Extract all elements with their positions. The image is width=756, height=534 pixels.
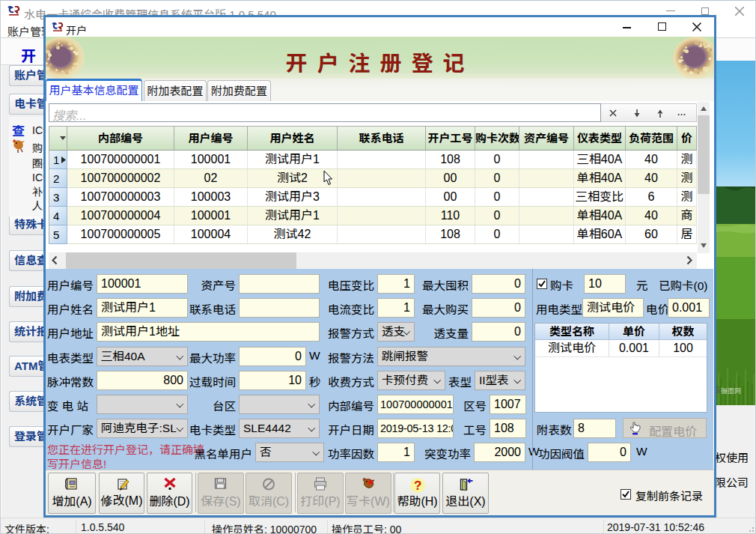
svg-text:摄图网: 摄图网 <box>721 387 741 395</box>
